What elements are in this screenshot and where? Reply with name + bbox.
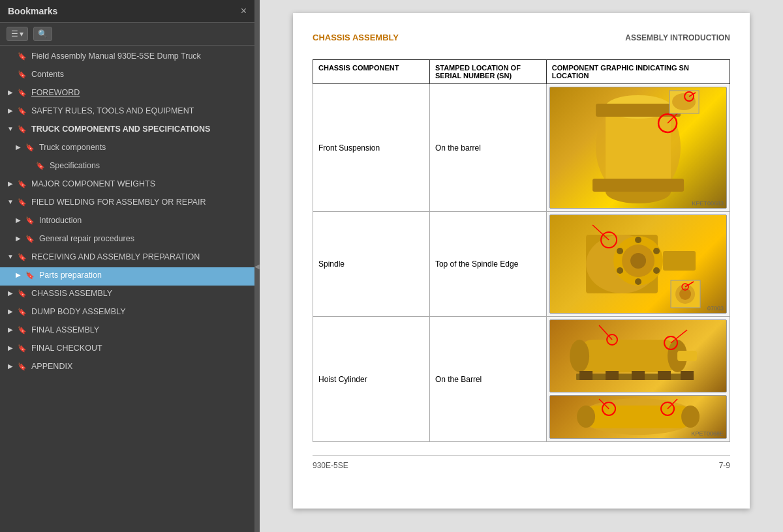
sidebar-item-general-repair[interactable]: ▶ 🔖 General repair procedures bbox=[0, 231, 254, 249]
svg-point-19 bbox=[653, 248, 660, 254]
expand-icon: ▶ bbox=[5, 344, 16, 351]
sidebar-item-label: Truck components bbox=[39, 142, 249, 153]
suspension-svg bbox=[550, 87, 726, 208]
svg-line-39 bbox=[599, 325, 612, 340]
svg-rect-32 bbox=[579, 340, 677, 372]
svg-point-23 bbox=[617, 248, 623, 254]
sidebar-item-appendix[interactable]: ▶ 🔖 APPENDIX bbox=[0, 359, 254, 377]
expand-icon: ▶ bbox=[13, 143, 23, 151]
sidebar-item-dump-body[interactable]: ▶ 🔖 DUMP BODY ASSEMBLY bbox=[0, 304, 254, 322]
expand-icon: ▶ bbox=[13, 235, 23, 242]
chevron-down-icon: ▾ bbox=[20, 29, 23, 38]
expand-icon: ▶ bbox=[5, 326, 16, 333]
sidebar-item-field-welding[interactable]: ▼ 🔖 FIELD WELDING FOR ASSEMBLY OR REPAIR bbox=[0, 194, 254, 213]
page-footer: 930E-5SE 7-9 bbox=[313, 455, 730, 470]
sidebar-item-label: General repair procedures bbox=[39, 233, 249, 244]
sidebar-title: Bookmarks bbox=[8, 6, 57, 16]
bookmark-list: 🔖 Field Assembly Manual 930E-5SE Dump Tr… bbox=[0, 46, 254, 532]
serial-location: On the Barrel bbox=[429, 317, 546, 442]
expand-icon: ▶ bbox=[13, 216, 23, 224]
bookmark-icon: 🔖 bbox=[25, 235, 35, 243]
sidebar-item-label: Introduction bbox=[39, 215, 249, 226]
expand-icon: ▼ bbox=[5, 198, 16, 205]
bookmark-icon: 🔖 bbox=[17, 52, 27, 61]
table-row: Spindle Top of the Spindle Edge bbox=[313, 212, 730, 317]
sidebar-item-label: Specifications bbox=[50, 160, 249, 171]
expand-icon: ▶ bbox=[13, 271, 23, 278]
sidebar-item-label: DUMP BODY ASSEMBLY bbox=[31, 306, 249, 317]
component-image-cell: KPET00683 bbox=[546, 84, 729, 212]
document-page: CHASSIS ASSEMBLY ASSEMBLY INTRODUCTION C… bbox=[293, 13, 750, 509]
svg-point-21 bbox=[635, 278, 641, 285]
bookmark-icon: 🔖 bbox=[17, 107, 27, 115]
svg-point-49 bbox=[681, 406, 699, 428]
bookmark-view-btn[interactable]: ☰ ▾ bbox=[7, 27, 28, 41]
sidebar-item-major-weights[interactable]: ▶ 🔖 MAJOR COMPONENT WEIGHTS bbox=[0, 176, 254, 194]
col-serial-location: STAMPED LOCATION OF SERIAL NUMBER (SN) bbox=[429, 60, 546, 84]
sidebar-item-contents[interactable]: 🔖 Contents bbox=[0, 66, 254, 85]
sidebar-item-introduction[interactable]: ▶ 🔖 Introduction bbox=[0, 213, 254, 231]
bookmark-icon: 🔖 bbox=[25, 216, 35, 225]
svg-rect-43 bbox=[632, 371, 645, 380]
sidebar-item-truck-components[interactable]: ▼ 🔖 TRUCK COMPONENTS AND SPECIFICATIONS bbox=[0, 121, 254, 140]
bookmark-icon: 🔖 bbox=[17, 308, 27, 316]
sidebar-item-label: MAJOR COMPONENT WEIGHTS bbox=[31, 179, 249, 189]
close-icon[interactable]: × bbox=[241, 5, 247, 17]
sidebar-item-field-assembly[interactable]: 🔖 Field Assembly Manual 930E-5SE Dump Tr… bbox=[0, 48, 254, 66]
sidebar-toolbar: ☰ ▾ 🔍 bbox=[0, 23, 254, 46]
bookmark-icon: 🔖 bbox=[17, 253, 27, 261]
expand-icon: ▶ bbox=[5, 308, 16, 315]
sidebar-item-label: RECEIVING AND ASSEMBLY PREPARATION bbox=[31, 252, 249, 262]
table-row: Hoist Cylinder On the Barrel bbox=[313, 317, 730, 442]
main-content: CHASSIS ASSEMBLY ASSEMBLY INTRODUCTION C… bbox=[260, 0, 783, 532]
svg-point-10 bbox=[672, 93, 696, 110]
resize-handle[interactable] bbox=[254, 0, 260, 532]
bookmark-icon: 🔖 bbox=[17, 89, 27, 97]
svg-rect-45 bbox=[681, 371, 694, 380]
sidebar-item-label: Field Assembly Manual 930E-5SE Dump Truc… bbox=[31, 51, 249, 61]
sidebar-item-label: TRUCK COMPONENTS AND SPECIFICATIONS bbox=[31, 124, 249, 134]
sidebar-item-label: FINAL CHECKOUT bbox=[31, 343, 249, 353]
component-name: Spindle bbox=[313, 212, 430, 317]
list-icon: ☰ bbox=[11, 29, 18, 38]
svg-rect-35 bbox=[677, 351, 697, 361]
bookmark-icon: 🔖 bbox=[17, 289, 27, 298]
sidebar-item-specifications[interactable]: 🔖 Specifications bbox=[0, 158, 254, 176]
sidebar-item-safety-rules[interactable]: ▶ 🔖 SAFETY RULES, TOOLS AND EQUIPMENT bbox=[0, 103, 254, 121]
sidebar-item-final-checkout[interactable]: ▶ 🔖 FINAL CHECKOUT bbox=[0, 340, 254, 359]
expand-icon: ▶ bbox=[5, 107, 16, 114]
sidebar-item-chassis-assembly[interactable]: ▶ 🔖 CHASSIS ASSEMBLY bbox=[0, 286, 254, 304]
sidebar-item-label: FINAL ASSEMBLY bbox=[31, 325, 249, 335]
expand-icon: ▶ bbox=[5, 289, 16, 297]
sidebar-item-truck-components-sub[interactable]: ▶ 🔖 Truck components bbox=[0, 140, 254, 158]
hoist-image bbox=[549, 319, 727, 392]
sidebar-item-foreword[interactable]: ▶ 🔖 FOREWORD bbox=[0, 85, 254, 103]
bookmark-icon: 🔖 bbox=[17, 198, 27, 207]
bookmark-icon: 🔖 bbox=[25, 271, 35, 280]
bookmark-icon: 🔖 bbox=[25, 143, 35, 152]
sidebar-item-label: FIELD WELDING FOR ASSEMBLY OR REPAIR bbox=[31, 197, 249, 207]
sidebar-item-label: APPENDIX bbox=[31, 361, 249, 372]
col-graphic: COMPONENT GRAPHIC INDICATING SN LOCATION bbox=[546, 60, 729, 84]
page-header: CHASSIS ASSEMBLY ASSEMBLY INTRODUCTION bbox=[313, 33, 730, 46]
table-row: Front Suspension On the barrel bbox=[313, 84, 730, 212]
sidebar-item-label: Parts preparation bbox=[39, 270, 249, 280]
search-bookmarks-btn[interactable]: 🔍 bbox=[33, 27, 52, 41]
svg-rect-44 bbox=[658, 371, 671, 380]
svg-point-20 bbox=[653, 267, 660, 274]
suspension-image: KPET00683 bbox=[549, 87, 727, 209]
footer-model: 930E-5SE bbox=[313, 461, 348, 470]
sidebar-item-receiving[interactable]: ▼ 🔖 RECEIVING AND ASSEMBLY PREPARATION bbox=[0, 249, 254, 267]
component-name: Front Suspension bbox=[313, 84, 430, 212]
image-code: KPET00683 bbox=[692, 200, 724, 207]
sidebar-item-parts-preparation[interactable]: ▶ 🔖 Parts preparation bbox=[0, 267, 254, 286]
svg-point-17 bbox=[630, 253, 646, 269]
search-icon: 🔍 bbox=[38, 29, 48, 38]
expand-icon: ▼ bbox=[5, 125, 16, 132]
sidebar-item-label: Contents bbox=[31, 69, 249, 80]
expand-icon: ▶ bbox=[5, 89, 16, 96]
sidebar-item-label: SAFETY RULES, TOOLS AND EQUIPMENT bbox=[31, 106, 249, 116]
svg-rect-24 bbox=[663, 251, 696, 271]
expand-icon: ▼ bbox=[5, 253, 16, 260]
sidebar-item-final-assembly[interactable]: ▶ 🔖 FINAL ASSEMBLY bbox=[0, 322, 254, 340]
